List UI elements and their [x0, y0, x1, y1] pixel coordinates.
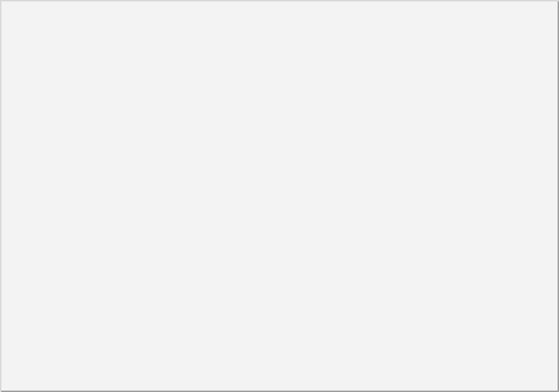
chart-canvas [0, 0, 559, 392]
rrdtool-graph [0, 0, 559, 392]
